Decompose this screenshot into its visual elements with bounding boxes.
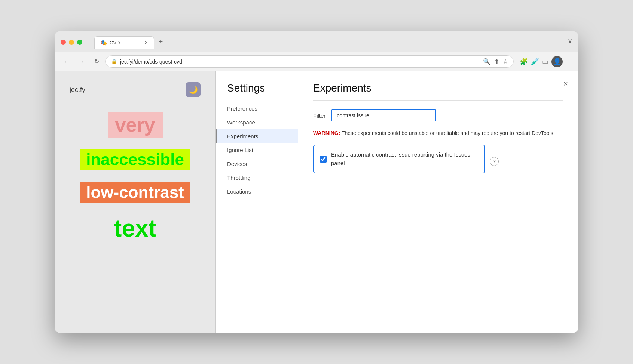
address-bar[interactable]: 🔒 jec.fyi/demo/cds-quest-cvd 🔍 ⬆ ☆	[106, 55, 514, 68]
menu-icon[interactable]: ⋮	[566, 58, 572, 66]
experiment-item-contrast: Enable automatic contrast issue reportin…	[313, 145, 485, 173]
close-settings-button[interactable]: ×	[560, 78, 571, 89]
back-button[interactable]: ←	[61, 56, 73, 68]
filter-label: Filter	[313, 112, 325, 119]
dark-mode-button[interactable]: 🌙	[186, 82, 201, 97]
preferences-label: Preferences	[227, 105, 257, 112]
demo-words: very inaccessible low-contrast text	[70, 112, 201, 242]
tab-favicon: 🎭	[101, 40, 107, 46]
devices-label: Devices	[227, 161, 247, 167]
help-button[interactable]: ?	[490, 157, 499, 166]
browser-window: 🎭 CVD × + ∨ ← → ↻ 🔒 jec.fyi/demo/cds-que…	[55, 31, 578, 333]
settings-title: Settings	[216, 82, 298, 102]
tab-title: CVD	[110, 40, 142, 46]
active-tab[interactable]: 🎭 CVD ×	[94, 36, 154, 49]
tabs-bar: 🎭 CVD × +	[94, 36, 167, 49]
share-icon[interactable]: ⬆	[494, 58, 499, 65]
webpage-panel: jec.fyi 🌙 very inaccessible low-contrast…	[55, 71, 215, 333]
moon-icon: 🌙	[189, 85, 198, 94]
lock-icon: 🔒	[111, 59, 117, 64]
ignore-list-label: Ignore List	[227, 147, 253, 153]
warning-box: WARNING: These experiments could be unst…	[313, 129, 563, 137]
word-text: text	[114, 215, 156, 242]
filter-input[interactable]	[331, 109, 436, 121]
word-lowcontrast: low-contrast	[80, 182, 190, 203]
throttling-label: Throttling	[227, 175, 251, 181]
address-bar-icons: 🔍 ⬆ ☆	[483, 58, 508, 65]
forward-button[interactable]: →	[76, 56, 88, 68]
site-title: jec.fyi	[70, 86, 87, 94]
search-icon[interactable]: 🔍	[483, 58, 490, 65]
url-text: jec.fyi/demo/cds-quest-cvd	[120, 59, 480, 65]
settings-nav-devices[interactable]: Devices	[216, 157, 298, 171]
refresh-button[interactable]: ↻	[91, 56, 103, 68]
workspace-label: Workspace	[227, 119, 255, 126]
locations-label: Locations	[227, 188, 251, 195]
settings-nav-throttling[interactable]: Throttling	[216, 171, 298, 185]
experiments-label: Experiments	[227, 133, 258, 139]
settings-nav-experiments[interactable]: Experiments	[216, 129, 298, 143]
browser-toolbar-icons: 🧩 🧪 ▭ 👤 ⋮	[520, 56, 572, 67]
experiments-panel: Experiments × Filter WARNING: These expe…	[298, 71, 578, 333]
site-header: jec.fyi 🌙	[70, 82, 201, 97]
word-inaccessible: inaccessible	[80, 149, 190, 170]
maximize-traffic-light[interactable]	[77, 40, 82, 45]
warning-text: These experiments could be unstable or u…	[342, 130, 555, 136]
tab-close-button[interactable]: ×	[145, 40, 148, 46]
page-content: jec.fyi 🌙 very inaccessible low-contrast…	[55, 71, 578, 333]
devtools-panel: Settings Preferences Workspace Experimen…	[215, 71, 578, 333]
settings-sidebar: Settings Preferences Workspace Experimen…	[216, 71, 298, 333]
extensions-icon[interactable]: 🧩	[520, 58, 528, 66]
lab-icon[interactable]: 🧪	[531, 58, 539, 66]
contrast-label[interactable]: Enable automatic contrast issue reportin…	[331, 151, 478, 167]
contrast-checkbox[interactable]	[320, 156, 327, 163]
minimize-traffic-light[interactable]	[69, 40, 74, 45]
traffic-lights	[61, 40, 82, 45]
warning-label: WARNING:	[313, 130, 340, 136]
word-very: very	[108, 112, 163, 138]
experiments-title: Experiments	[313, 82, 563, 101]
new-tab-button[interactable]: +	[155, 36, 167, 48]
settings-nav-preferences[interactable]: Preferences	[216, 102, 298, 115]
close-traffic-light[interactable]	[61, 40, 66, 45]
title-bar: 🎭 CVD × + ∨	[55, 31, 578, 52]
filter-row: Filter	[313, 109, 563, 121]
settings-nav-ignore-list[interactable]: Ignore List	[216, 143, 298, 157]
settings-nav-locations[interactable]: Locations	[216, 185, 298, 198]
tab-menu-button[interactable]: ∨	[568, 37, 572, 48]
settings-nav-workspace[interactable]: Workspace	[216, 115, 298, 129]
bookmark-icon[interactable]: ☆	[503, 58, 508, 65]
window-icon[interactable]: ▭	[542, 58, 548, 66]
navigation-bar: ← → ↻ 🔒 jec.fyi/demo/cds-quest-cvd 🔍 ⬆ ☆…	[55, 52, 578, 71]
profile-icon[interactable]: 👤	[551, 56, 563, 67]
